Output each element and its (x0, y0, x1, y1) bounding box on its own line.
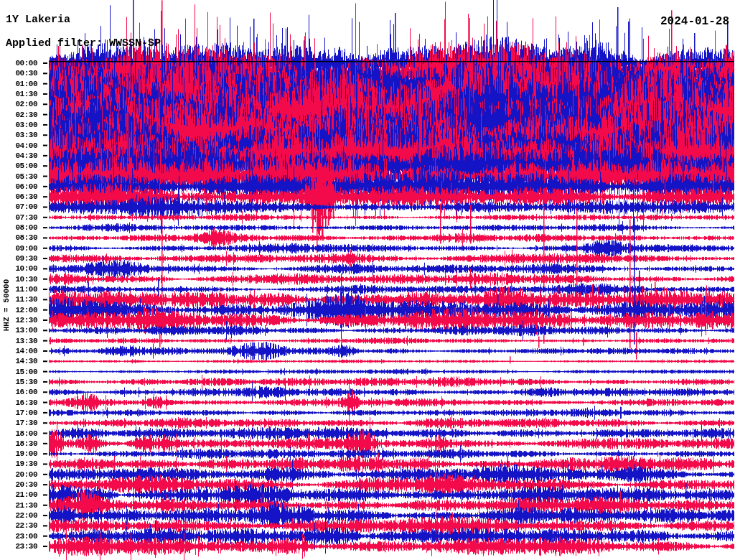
helicorder-page: 1Y Lakeria Applied filter: WWSSN-SP 2024… (0, 0, 735, 560)
time-label: 18:00 (15, 429, 37, 438)
time-label: 21:30 (15, 501, 37, 510)
time-label: 15:30 (15, 378, 37, 386)
time-label: 07:00 (15, 202, 37, 211)
time-label: 09:30 (15, 254, 37, 263)
time-label: 06:00 (15, 182, 37, 191)
time-label: 00:30 (15, 69, 37, 78)
time-label: 14:00 (15, 347, 37, 355)
time-label: 12:00 (15, 306, 37, 314)
time-label: 00:00 (15, 59, 37, 67)
time-label: 08:30 (15, 233, 37, 242)
time-label: 22:00 (15, 511, 37, 520)
time-label: 16:00 (15, 388, 37, 396)
time-label: 16:30 (15, 398, 37, 407)
time-label: 01:30 (15, 90, 37, 98)
time-label: 20:30 (15, 480, 37, 489)
time-label: 05:30 (15, 172, 37, 181)
time-label: 11:30 (15, 295, 37, 304)
time-label: 23:30 (15, 542, 37, 551)
time-label: 22:30 (15, 521, 37, 530)
time-label: 23:00 (15, 532, 37, 541)
date-label: 2024-01-28 (660, 15, 729, 28)
time-label: 03:00 (15, 121, 37, 129)
channel-scale-label: HHZ = 50000 (2, 266, 11, 345)
time-label: 20:00 (15, 470, 37, 479)
time-label: 19:30 (15, 459, 37, 468)
time-label: 13:30 (15, 337, 37, 345)
time-label: 17:00 (15, 409, 37, 417)
time-label: 04:00 (15, 141, 37, 150)
time-label: 05:00 (15, 162, 37, 170)
time-label: 02:30 (15, 111, 37, 119)
time-label: 13:00 (15, 326, 37, 335)
time-label: 10:30 (15, 275, 37, 284)
time-label: 03:30 (15, 131, 37, 139)
time-label: 06:30 (15, 192, 37, 201)
time-label: 11:00 (15, 285, 37, 294)
time-label: 15:00 (15, 368, 37, 376)
time-label: 14:30 (15, 357, 37, 365)
time-label: 01:00 (15, 80, 37, 88)
time-label: 12:30 (15, 316, 37, 325)
time-label: 08:00 (15, 223, 37, 232)
time-label: 21:00 (15, 490, 37, 499)
time-label: 02:00 (15, 100, 37, 108)
time-label: 10:00 (15, 264, 37, 273)
helicorder-traces-canvas (0, 0, 735, 560)
time-label: 09:00 (15, 244, 37, 253)
time-label: 17:30 (15, 419, 37, 427)
time-label: 18:30 (15, 439, 37, 448)
time-label: 04:30 (15, 151, 37, 160)
time-label: 19:00 (15, 449, 37, 458)
time-label: 07:30 (15, 213, 37, 222)
